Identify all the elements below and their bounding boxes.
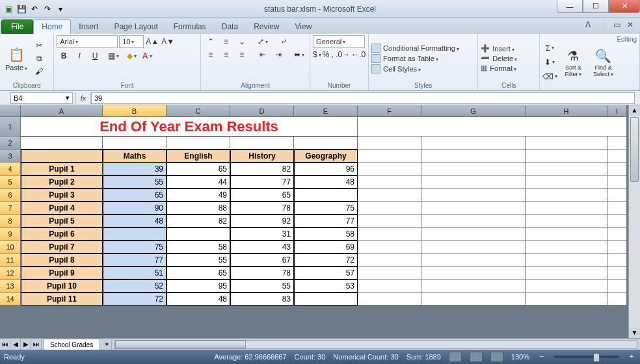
number-format-combo[interactable]: General: [313, 35, 365, 48]
cell[interactable]: [421, 136, 526, 150]
cell[interactable]: [526, 176, 607, 188]
cell[interactable]: [358, 280, 421, 292]
cell[interactable]: [526, 214, 607, 228]
cell[interactable]: [526, 202, 607, 214]
row-header[interactable]: 4: [0, 162, 21, 176]
cell[interactable]: [421, 150, 526, 162]
column-header[interactable]: B: [103, 105, 167, 117]
tab-insert[interactable]: Insert: [71, 20, 106, 34]
maximize-button[interactable]: ☐: [583, 0, 609, 13]
cell[interactable]: [358, 228, 421, 240]
grow-font-icon[interactable]: A▲: [145, 35, 159, 48]
undo-icon[interactable]: ↶: [29, 3, 40, 15]
tab-first-icon[interactable]: ⏮: [0, 339, 10, 350]
column-subheader[interactable]: Geography: [294, 150, 358, 162]
align-right-icon[interactable]: ≡: [235, 48, 249, 61]
orientation-icon[interactable]: ⤢: [256, 35, 270, 48]
cell[interactable]: [358, 202, 421, 214]
data-cell[interactable]: 55: [167, 254, 230, 266]
pupil-label[interactable]: Pupil 2: [21, 176, 103, 188]
page-layout-view-icon[interactable]: [470, 352, 483, 362]
pupil-label[interactable]: Pupil 6: [21, 228, 103, 240]
cell[interactable]: [607, 214, 627, 228]
merge-center-icon[interactable]: ⬌: [292, 48, 306, 61]
pupil-label[interactable]: Pupil 4: [21, 202, 103, 214]
font-color-icon[interactable]: A: [140, 49, 154, 62]
cell[interactable]: [294, 136, 358, 150]
border-icon[interactable]: ▦: [106, 49, 120, 62]
cell[interactable]: [607, 228, 627, 240]
tab-data[interactable]: Data: [214, 20, 246, 34]
data-cell[interactable]: 65: [167, 162, 230, 176]
wrap-text-icon[interactable]: ⤶: [276, 35, 291, 48]
format-cells-button[interactable]: ▥Format: [481, 64, 517, 72]
data-cell[interactable]: 58: [167, 240, 230, 254]
cell[interactable]: [421, 228, 526, 240]
column-header[interactable]: F: [358, 105, 421, 117]
data-cell[interactable]: 65: [103, 188, 167, 202]
data-cell[interactable]: 95: [167, 280, 230, 292]
tab-view[interactable]: View: [287, 20, 320, 34]
cell[interactable]: [421, 280, 526, 292]
tab-home[interactable]: Home: [33, 20, 71, 34]
cell[interactable]: [421, 188, 526, 202]
autosum-icon[interactable]: Σ: [542, 42, 557, 55]
name-box[interactable]: B4▾: [10, 92, 73, 104]
cell[interactable]: [607, 136, 627, 150]
align-bottom-icon[interactable]: ⌄: [235, 35, 249, 48]
column-subheader[interactable]: Maths: [103, 150, 167, 162]
normal-view-icon[interactable]: [449, 352, 462, 362]
zoom-level[interactable]: 130%: [511, 353, 529, 361]
cell[interactable]: [358, 188, 421, 202]
column-header[interactable]: I: [607, 105, 627, 117]
row-header[interactable]: 8: [0, 214, 21, 228]
cell[interactable]: [358, 240, 421, 254]
data-cell[interactable]: 90: [103, 202, 167, 214]
data-cell[interactable]: 92: [230, 214, 294, 228]
format-as-table-button[interactable]: Format as Table: [371, 54, 459, 63]
cell[interactable]: [607, 162, 627, 176]
data-cell[interactable]: 58: [294, 228, 358, 240]
pupil-label[interactable]: Pupil 5: [21, 214, 103, 228]
new-sheet-icon[interactable]: ✶: [101, 339, 112, 350]
tab-prev-icon[interactable]: ◀: [10, 339, 21, 350]
row-header[interactable]: 13: [0, 280, 21, 292]
data-cell[interactable]: 48: [294, 176, 358, 188]
data-cell[interactable]: 44: [167, 176, 230, 188]
qat-customize-icon[interactable]: ▾: [55, 3, 66, 15]
cell[interactable]: [358, 162, 421, 176]
conditional-formatting-button[interactable]: Conditional Formatting: [371, 44, 459, 53]
font-size-combo[interactable]: 10: [119, 35, 144, 48]
cell[interactable]: [526, 292, 607, 306]
formula-input[interactable]: 39: [91, 92, 635, 104]
cell[interactable]: [526, 280, 607, 292]
cell[interactable]: [607, 176, 627, 188]
sort-filter-button[interactable]: ⚗ Sort & Filter: [559, 42, 587, 83]
data-cell[interactable]: 78: [230, 202, 294, 214]
row-header[interactable]: 2: [0, 136, 21, 150]
file-tab[interactable]: File: [1, 20, 33, 34]
row-header[interactable]: 12: [0, 266, 21, 280]
cell[interactable]: [607, 150, 627, 162]
data-cell[interactable]: 49: [167, 188, 230, 202]
cell[interactable]: [607, 280, 627, 292]
tab-review[interactable]: Review: [246, 20, 287, 34]
cell[interactable]: [358, 136, 421, 150]
cell[interactable]: [421, 292, 526, 306]
underline-icon[interactable]: U: [88, 49, 102, 62]
scroll-up-icon[interactable]: ▲: [629, 105, 640, 116]
pupil-label[interactable]: Pupil 1: [21, 162, 103, 176]
decrease-indent-icon[interactable]: ⇤: [256, 48, 270, 61]
data-cell[interactable]: [103, 228, 167, 240]
row-header[interactable]: 7: [0, 202, 21, 214]
horizontal-scrollbar[interactable]: [114, 340, 637, 349]
data-cell[interactable]: [294, 188, 358, 202]
cell[interactable]: [21, 136, 103, 150]
cell[interactable]: [526, 162, 607, 176]
bold-icon[interactable]: B: [57, 49, 71, 62]
cell[interactable]: [607, 254, 627, 266]
column-header[interactable]: H: [526, 105, 607, 117]
sheet-tab[interactable]: School Grades: [43, 339, 100, 350]
cell[interactable]: [230, 136, 294, 150]
cell[interactable]: [103, 136, 167, 150]
